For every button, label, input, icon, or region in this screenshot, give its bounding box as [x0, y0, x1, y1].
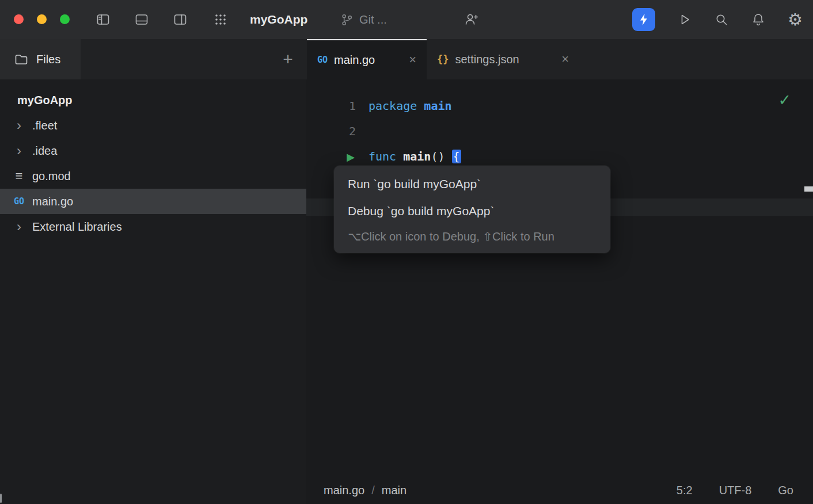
code-text: package main	[368, 99, 452, 113]
json-file-icon: {}	[437, 54, 449, 65]
breadcrumb-separator: /	[371, 484, 375, 497]
toggle-bottom-panel-icon[interactable]	[134, 12, 149, 27]
tree-item-idea[interactable]: › .idea	[0, 138, 306, 163]
tree-item-external-libraries[interactable]: › External Libraries	[0, 214, 306, 239]
breadcrumb-file[interactable]: main.go	[324, 484, 364, 497]
folder-icon	[14, 52, 29, 67]
tree-root-mygoapp[interactable]: myGoApp	[0, 87, 306, 113]
breadcrumb-symbol[interactable]: main	[382, 484, 406, 497]
root-label: myGoApp	[17, 94, 73, 107]
workspaces-grid-icon[interactable]	[213, 12, 228, 29]
breadcrumb: main.go / main	[306, 484, 406, 497]
window-controls	[14, 14, 70, 24]
file-encoding[interactable]: UTF-8	[719, 484, 752, 497]
tab-strip: Files + GO main.go × {} settings.json ×	[0, 39, 813, 79]
go-mod-file-icon: ≡	[12, 170, 26, 182]
line-number: 2	[306, 124, 356, 138]
editor-tab-main-go[interactable]: GO main.go ×	[307, 39, 427, 79]
editor-scrollbar-thumb[interactable]	[804, 186, 813, 192]
panel-toggles	[96, 12, 188, 27]
lightning-icon	[636, 12, 651, 27]
files-panel: myGoApp › .fleet › .idea ≡ go.mod GO mai…	[0, 79, 306, 504]
zoom-window-button[interactable]	[60, 14, 70, 24]
code-text: func main() {	[368, 150, 461, 163]
tree-item-fleet[interactable]: › .fleet	[0, 113, 306, 138]
toggle-right-panel-icon[interactable]	[173, 12, 188, 27]
popup-debug-item[interactable]: Debug `go build myGoApp`	[334, 197, 610, 224]
close-tab-icon[interactable]: ×	[561, 53, 569, 66]
notifications-bell-icon[interactable]	[751, 12, 766, 27]
files-panel-tab[interactable]: Files	[0, 39, 81, 79]
go-file-icon: GO	[12, 196, 26, 207]
status-bar: main.go / main 5:2 UTF-8 Go	[306, 476, 813, 504]
sidebar-scrollbar[interactable]	[0, 494, 2, 503]
inspections-ok-icon[interactable]: ✓	[778, 91, 791, 109]
files-tab-label: Files	[36, 53, 60, 66]
minimize-window-button[interactable]	[37, 14, 47, 24]
collaborate-icon[interactable]	[464, 12, 479, 27]
run-configurations-button[interactable]	[632, 8, 655, 31]
add-file-button[interactable]: +	[276, 39, 299, 79]
git-branch-icon	[340, 13, 354, 27]
popup-hint: ⌥Click on icon to Debug, ⇧Click to Run	[334, 224, 610, 249]
toggle-left-panel-icon[interactable]	[96, 12, 111, 27]
fleet-window: myGoApp Git ...	[0, 0, 813, 504]
tab-label: main.go	[334, 54, 375, 67]
toolbar-right: ⚙	[632, 0, 803, 39]
git-widget[interactable]: Git ...	[340, 0, 387, 39]
code-line-2: 2	[306, 119, 813, 144]
popup-run-item[interactable]: Run `go build myGoApp`	[334, 170, 610, 197]
editor-pane[interactable]: 1 package main 2 ▶ func main() { ✓ main.…	[306, 79, 813, 504]
tree-item-main-go[interactable]: GO main.go	[0, 189, 306, 214]
file-tree: myGoApp › .fleet › .idea ≡ go.mod GO mai…	[0, 79, 306, 239]
project-title[interactable]: myGoApp	[250, 0, 307, 39]
run-icon[interactable]	[677, 12, 692, 27]
chevron-right-icon[interactable]: ›	[12, 119, 26, 132]
code-line-1: 1 package main	[306, 93, 813, 119]
chevron-right-icon[interactable]: ›	[12, 220, 26, 234]
tree-item-go-mod[interactable]: ≡ go.mod	[0, 163, 306, 189]
line-number: 1	[306, 99, 356, 113]
chevron-right-icon[interactable]: ›	[12, 144, 26, 158]
caret-block: {	[452, 150, 461, 163]
editor-tab-settings-json[interactable]: {} settings.json ×	[427, 39, 579, 79]
status-right: 5:2 UTF-8 Go	[677, 484, 813, 497]
close-tab-icon[interactable]: ×	[409, 54, 416, 66]
run-popup: Run `go build myGoApp` Debug `go build m…	[334, 166, 610, 253]
go-file-icon: GO	[317, 55, 328, 65]
tab-label: settings.json	[455, 53, 519, 66]
settings-gear-icon[interactable]: ⚙	[788, 12, 803, 28]
close-window-button[interactable]	[14, 14, 24, 24]
file-language[interactable]: Go	[778, 484, 793, 497]
search-icon[interactable]	[714, 12, 729, 27]
run-gutter-icon[interactable]: ▶	[306, 151, 356, 163]
toolbar: myGoApp Git ...	[0, 0, 813, 39]
caret-position[interactable]: 5:2	[677, 484, 693, 497]
git-label: Git ...	[359, 13, 387, 26]
